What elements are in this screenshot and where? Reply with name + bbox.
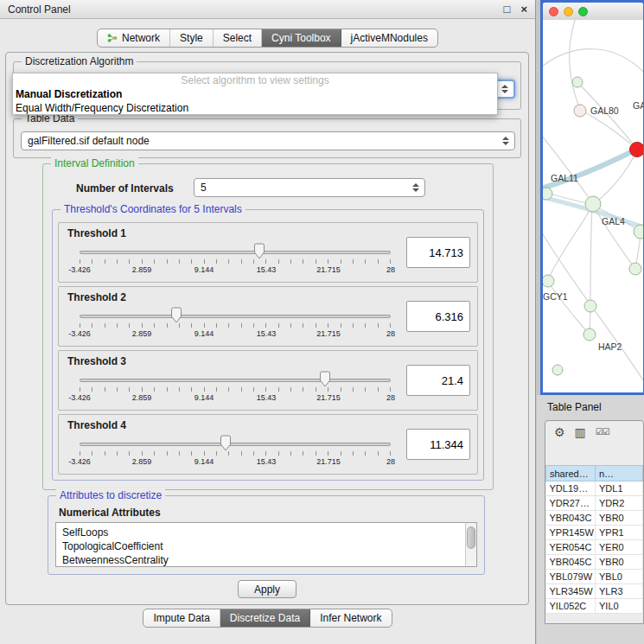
tick-label: -3.426: [68, 329, 91, 338]
gene-node[interactable]: [574, 105, 586, 117]
tick-label: 15.43: [257, 457, 277, 466]
tab-select[interactable]: Select: [214, 29, 262, 47]
apply-button[interactable]: Apply: [238, 580, 296, 598]
list-scrollbar[interactable]: [465, 523, 476, 566]
close-traffic-light[interactable]: [549, 7, 558, 16]
threshold-slider[interactable]: -3.4262.8599.14415.4321.71528: [80, 242, 391, 280]
view-tabs: Network Style Select Cyni Toolbox jActiv…: [97, 29, 438, 48]
slider-tick-labels: -3.4262.8599.14415.4321.71528: [80, 457, 391, 467]
gene-node[interactable]: [634, 225, 643, 239]
selected-gene-node[interactable]: [630, 143, 644, 157]
scrollbar-thumb[interactable]: [467, 526, 475, 549]
minimize-traffic-light[interactable]: [564, 7, 573, 16]
attribute-list-item[interactable]: BetweennessCentrality: [62, 553, 476, 567]
control-panel-window: Control Panel □ × Network Style Select C…: [0, 0, 536, 644]
threshold-value-input[interactable]: 21.4: [406, 365, 470, 396]
slider-thumb[interactable]: [170, 307, 182, 323]
table-row[interactable]: YLR345WYLR3: [546, 584, 643, 599]
dropdown-option-manual[interactable]: Manual Discretization: [13, 87, 497, 101]
control-panel-titlebar: Control Panel □ ×: [0, 0, 535, 19]
tab-infer-network[interactable]: Infer Network: [310, 609, 391, 627]
float-window-icon[interactable]: □: [504, 3, 511, 15]
tab-style[interactable]: Style: [170, 29, 214, 47]
column-header-shared[interactable]: shared…: [546, 466, 596, 481]
threshold-value-input[interactable]: 11.344: [406, 429, 470, 460]
table-row[interactable]: YDR27…YDR2: [546, 496, 643, 511]
table-cell: YBR0: [596, 511, 643, 526]
select-columns-icon[interactable]: ☑☑: [596, 428, 609, 437]
table-data-combobox[interactable]: galFiltered.sif default node: [21, 131, 515, 150]
network-graph: GAL80 GA GAL11 GAL4 GCY1 HAP2: [543, 20, 643, 392]
number-of-intervals-combobox[interactable]: 5: [194, 178, 425, 197]
tick-label: -3.426: [68, 393, 91, 402]
threshold-panel: Threshold 4 -3.4262.8599.14415.4321.7152…: [58, 414, 478, 475]
threshold-slider[interactable]: -3.4262.8599.14415.4321.71528: [80, 370, 391, 408]
slider-track[interactable]: [80, 443, 391, 446]
tick-label: 21.715: [316, 329, 341, 338]
close-icon[interactable]: ×: [520, 3, 527, 15]
gene-node[interactable]: [583, 328, 596, 341]
threshold-slider[interactable]: -3.4262.8599.14415.4321.71528: [80, 434, 391, 472]
table-row[interactable]: YER054CYER0: [546, 540, 643, 555]
attribute-list-item[interactable]: TopologicalCoefficient: [62, 539, 476, 553]
gene-node[interactable]: [585, 196, 601, 212]
gene-node[interactable]: [543, 188, 552, 200]
slider-ticks: [80, 387, 391, 392]
table-row[interactable]: YDL19…YDL1: [546, 481, 643, 496]
tab-cyni-toolbox[interactable]: Cyni Toolbox: [262, 29, 341, 47]
threshold-value-input[interactable]: 6.316: [406, 301, 470, 332]
tab-network[interactable]: Network: [98, 29, 170, 47]
tick-label: 28: [386, 457, 395, 466]
slider-track[interactable]: [80, 251, 391, 254]
table-cell: YDR27…: [546, 496, 596, 511]
number-of-intervals-label: Number of Intervals: [76, 182, 174, 194]
gear-icon[interactable]: ⚙: [554, 426, 565, 438]
threshold-slider[interactable]: -3.4262.8599.14415.4321.71528: [80, 306, 391, 344]
combo-arrows-icon: [502, 137, 509, 145]
tick-label: 2.859: [132, 457, 152, 466]
slider-track[interactable]: [80, 315, 391, 318]
tick-label: 2.859: [132, 393, 152, 402]
gene-node[interactable]: [552, 365, 563, 375]
table-row[interactable]: YPR145WYPR1: [546, 526, 643, 540]
gene-node[interactable]: [543, 275, 554, 287]
column-header-name[interactable]: n…: [596, 466, 643, 481]
table-cell: YER054C: [546, 540, 596, 555]
cyni-mode-tabs: Impute Data Discretize Data Infer Networ…: [143, 609, 392, 628]
table-cell: YDR2: [596, 496, 643, 511]
tab-jactivemnodules[interactable]: jActiveMNodules: [341, 29, 437, 47]
slider-track[interactable]: [80, 379, 391, 382]
table-row[interactable]: YBR045CYBR0: [546, 555, 643, 570]
table-row[interactable]: YBL079WYBL0: [546, 570, 643, 584]
gene-node[interactable]: [584, 300, 596, 312]
node-label: GAL80: [590, 105, 619, 116]
attribute-list-item[interactable]: SelfLoops: [62, 526, 476, 539]
dropdown-option-equal-width[interactable]: Equal Width/Frequency Discretization: [13, 101, 497, 115]
threshold-value-input[interactable]: 14.713: [406, 237, 470, 268]
tick-label: 15.43: [257, 329, 277, 338]
table-cell: YBL0: [596, 570, 643, 584]
group-title: Interval Definition: [51, 157, 138, 169]
tab-discretize-data[interactable]: Discretize Data: [220, 609, 310, 627]
gene-node[interactable]: [572, 77, 583, 87]
tab-impute-data[interactable]: Impute Data: [143, 609, 220, 627]
tick-label: 9.144: [194, 457, 214, 466]
tick-label: 9.144: [194, 265, 214, 274]
thresholds-group: Threshold's Coordinates for 5 Intervals …: [52, 209, 484, 481]
slider-thumb[interactable]: [319, 371, 331, 387]
gene-node[interactable]: [629, 263, 641, 275]
threshold-panel: Threshold 1 -3.4262.8599.14415.4321.7152…: [58, 222, 478, 283]
zoom-traffic-light[interactable]: [578, 7, 588, 16]
slider-ticks: [80, 323, 391, 328]
table-cell: YBL079W: [546, 570, 596, 584]
attributes-group: Attributes to discretize Numerical Attri…: [48, 495, 485, 575]
slider-thumb[interactable]: [253, 243, 265, 259]
slider-thumb[interactable]: [220, 435, 232, 451]
network-icon: [107, 33, 118, 43]
slider-tick-labels: -3.4262.8599.14415.4321.71528: [80, 329, 391, 339]
table-cell: YDL1: [596, 481, 643, 496]
columns-icon[interactable]: ▥: [575, 426, 586, 438]
table-row[interactable]: YIL052CYIL0: [546, 599, 643, 614]
network-canvas[interactable]: GAL80 GA GAL11 GAL4 GCY1 HAP2: [543, 20, 643, 392]
table-row[interactable]: YBR043CYBR0: [546, 511, 643, 526]
